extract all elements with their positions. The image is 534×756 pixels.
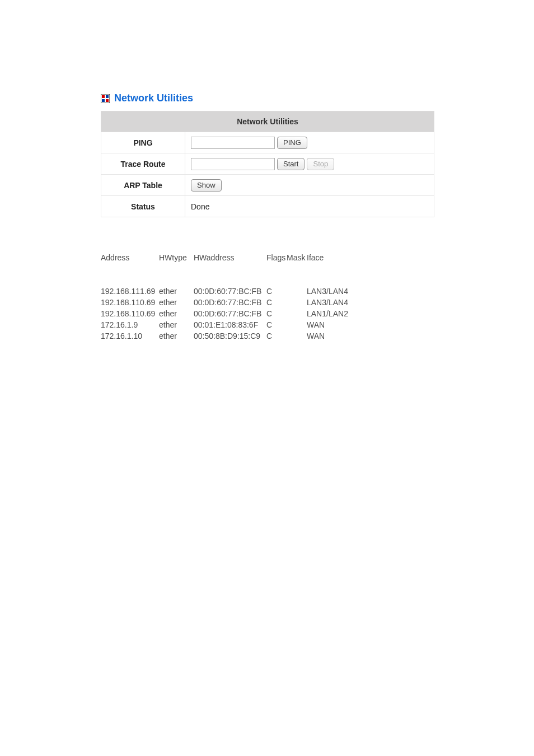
arp-cell-hwaddress: 00:50:8B:D9:15:C9 bbox=[194, 330, 266, 342]
network-utilities-icon bbox=[101, 94, 110, 103]
status-value-cell: Done bbox=[185, 196, 434, 217]
arp-cell-mask bbox=[287, 308, 307, 319]
arp-cell-mask bbox=[287, 330, 307, 342]
arp-cell-hwtype: ether bbox=[159, 286, 194, 297]
arp-cell-flags: C bbox=[266, 330, 287, 342]
arp-cell-hwaddress: 00:0D:60:77:BC:FB bbox=[194, 297, 266, 308]
network-utilities-table: Network Utilities PING PING Trace Route … bbox=[101, 111, 434, 217]
arp-cell-hwtype: ether bbox=[159, 308, 194, 319]
arp-col-header-hwtype: HWtype bbox=[159, 252, 194, 263]
arp-cell-address: 172.16.1.9 bbox=[101, 319, 159, 330]
ping-label: PING bbox=[101, 132, 185, 153]
arp-cell-iface: WAN bbox=[307, 319, 363, 330]
trace-route-stop-button: Stop bbox=[307, 158, 334, 170]
row-trace-route: Trace Route Start Stop bbox=[101, 153, 434, 175]
arp-cell-address: 192.168.110.69 bbox=[101, 308, 159, 319]
arp-data-row: 172.16.1.10ether00:50:8B:D9:15:C9CWAN bbox=[101, 330, 534, 342]
svg-rect-3 bbox=[102, 99, 105, 102]
trace-route-start-button[interactable]: Start bbox=[277, 158, 305, 170]
arp-col-header-iface: Iface bbox=[307, 252, 363, 263]
arp-cell-flags: C bbox=[266, 286, 287, 297]
arp-cell-hwaddress: 00:0D:60:77:BC:FB bbox=[194, 286, 266, 297]
arp-cell-iface: LAN3/LAN4 bbox=[307, 286, 363, 297]
arp-cell-hwaddress: 00:01:E1:08:83:6F bbox=[194, 319, 266, 330]
arp-cell-flags: C bbox=[266, 308, 287, 319]
trace-route-label: Trace Route bbox=[101, 153, 185, 175]
arp-cell-iface: LAN3/LAN4 bbox=[307, 297, 363, 308]
trace-route-input[interactable] bbox=[191, 158, 275, 170]
arp-cell-mask bbox=[287, 319, 307, 330]
svg-rect-2 bbox=[106, 95, 109, 98]
arp-table-label: ARP Table bbox=[101, 175, 185, 196]
arp-cell-flags: C bbox=[266, 319, 287, 330]
ping-control-cell: PING bbox=[185, 132, 434, 153]
arp-cell-iface: LAN1/LAN2 bbox=[307, 308, 363, 319]
status-label: Status bbox=[101, 196, 185, 217]
arp-cell-hwtype: ether bbox=[159, 319, 194, 330]
arp-data-row: 172.16.1.9ether00:01:E1:08:83:6FCWAN bbox=[101, 319, 534, 330]
page-title: Network Utilities bbox=[114, 92, 193, 104]
status-value: Done bbox=[191, 202, 209, 211]
arp-header-row: Address HWtype HWaddress Flags Mask Ifac… bbox=[101, 252, 534, 263]
arp-col-header-hwaddress: HWaddress bbox=[194, 252, 266, 263]
ping-input[interactable] bbox=[191, 137, 275, 149]
trace-route-control-cell: Start Stop bbox=[185, 153, 434, 175]
arp-cell-address: 192.168.110.69 bbox=[101, 297, 159, 308]
arp-cell-address: 172.16.1.10 bbox=[101, 330, 159, 342]
arp-cell-address: 192.168.111.69 bbox=[101, 286, 159, 297]
arp-output: Address HWtype HWaddress Flags Mask Ifac… bbox=[101, 230, 534, 353]
arp-cell-hwaddress: 00:0D:60:77:BC:FB bbox=[194, 308, 266, 319]
table-header: Network Utilities bbox=[101, 111, 434, 132]
page-header: Network Utilities bbox=[101, 92, 534, 104]
row-arp-table: ARP Table Show bbox=[101, 175, 434, 196]
arp-data-row: 192.168.111.69ether00:0D:60:77:BC:FBCLAN… bbox=[101, 286, 534, 297]
arp-cell-mask bbox=[287, 286, 307, 297]
arp-col-header-address: Address bbox=[101, 252, 159, 263]
ping-button[interactable]: PING bbox=[277, 137, 307, 149]
row-ping: PING PING bbox=[101, 132, 434, 153]
row-status: Status Done bbox=[101, 196, 434, 217]
arp-cell-hwtype: ether bbox=[159, 297, 194, 308]
arp-data-row: 192.168.110.69ether00:0D:60:77:BC:FBCLAN… bbox=[101, 308, 534, 319]
arp-col-header-mask: Mask bbox=[287, 252, 307, 263]
arp-cell-hwtype: ether bbox=[159, 330, 194, 342]
arp-cell-flags: C bbox=[266, 297, 287, 308]
arp-show-button[interactable]: Show bbox=[191, 179, 222, 192]
arp-table-control-cell: Show bbox=[185, 175, 434, 196]
svg-rect-1 bbox=[102, 95, 105, 98]
arp-data-row: 192.168.110.69ether00:0D:60:77:BC:FBCLAN… bbox=[101, 297, 534, 308]
svg-rect-4 bbox=[106, 99, 109, 102]
arp-col-header-flags: Flags bbox=[266, 252, 287, 263]
arp-cell-mask bbox=[287, 297, 307, 308]
arp-cell-iface: WAN bbox=[307, 330, 363, 342]
